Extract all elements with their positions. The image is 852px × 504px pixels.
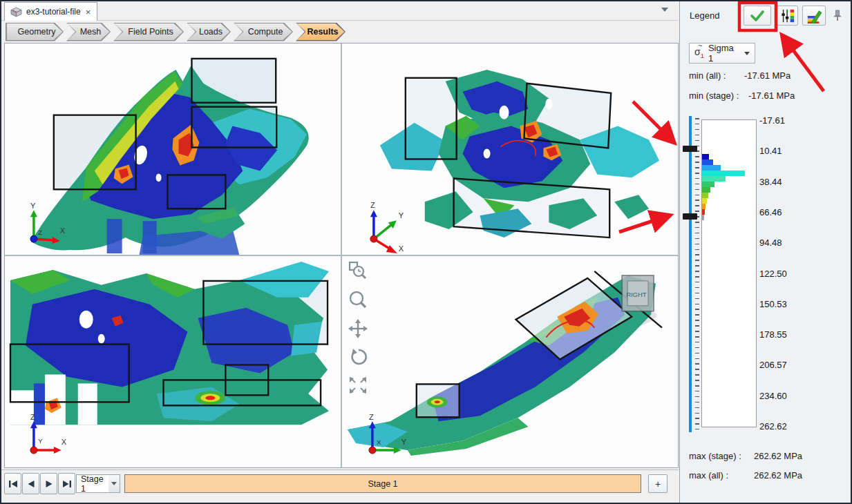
stage-selector-value: Stage 1: [81, 474, 108, 494]
svg-text:Z: Z: [30, 413, 35, 421]
result-type-dropdown[interactable]: σ~1 Sigma 1: [689, 43, 755, 64]
stage-timeline-label: Stage 1: [368, 479, 397, 489]
tab-list-dropdown-icon[interactable]: [661, 8, 668, 12]
histogram-box: [701, 119, 757, 427]
histogram-bar: [702, 154, 709, 159]
svg-text:X: X: [399, 244, 404, 253]
scale-tick-label: 206.57: [759, 360, 787, 371]
model-view-right: RIGHT Z Y X: [342, 256, 678, 467]
histogram-bar: [702, 159, 713, 165]
axis-triad-iso: Z Y X: [370, 201, 404, 253]
rotate-icon[interactable]: [348, 347, 368, 368]
view-cube[interactable]: RIGHT: [622, 275, 654, 311]
viewport-top-right[interactable]: Z Y X: [342, 43, 678, 255]
tab-title: ex3-tutorial-file: [26, 7, 81, 17]
viewport-bottom-left[interactable]: Z X Y: [5, 256, 341, 467]
svg-text:Y: Y: [399, 211, 404, 220]
model-view-top: Z X Y: [5, 256, 341, 467]
tab-close-icon[interactable]: ×: [85, 8, 92, 17]
legend-panel: Legend: [679, 1, 849, 503]
svg-text:X: X: [61, 438, 67, 446]
apply-check-icon: [748, 9, 766, 23]
stage-timeline-segment[interactable]: Stage 1: [124, 474, 641, 493]
tab-bar: ex3-tutorial-file ×: [1, 1, 678, 21]
scale-tick-label: 262.62: [759, 421, 787, 432]
sigma1-icon: σ~1: [694, 47, 704, 59]
result-type-label: Sigma 1: [708, 43, 739, 64]
histogram-bar: [702, 198, 707, 204]
zoom-window-icon[interactable]: [348, 260, 368, 281]
histogram-bar: [702, 182, 714, 187]
workflow-step-label: Loads: [193, 27, 224, 37]
add-stage-button[interactable]: +: [648, 474, 668, 493]
histogram-bar: [702, 187, 710, 193]
legend-scale: -17.6110.4138.4466.4694.48122.50150.5317…: [680, 113, 850, 438]
histogram-bar: [702, 193, 708, 198]
histogram-bar: [702, 215, 704, 220]
histogram-bar: [702, 209, 705, 215]
document-tab[interactable]: ex3-tutorial-file ×: [4, 2, 97, 21]
stage-next-button[interactable]: [40, 473, 57, 494]
workflow-step-field-points[interactable]: Field Points: [113, 23, 184, 41]
max-stage-row: max (stage) : 262.62 MPa: [689, 451, 802, 461]
workflow-step-geometry[interactable]: Geometry: [6, 23, 64, 41]
pan-icon[interactable]: [348, 318, 368, 339]
histogram-bar: [702, 176, 726, 182]
stage-last-button[interactable]: [58, 473, 75, 494]
scale-tick-marks: [695, 118, 699, 429]
workflow-step-label: Mesh: [75, 27, 103, 37]
stage-first-button[interactable]: [4, 473, 21, 494]
histogram-bar: [702, 165, 721, 171]
workflow-step-label: Geometry: [12, 27, 57, 37]
scale-tick-label: 38.44: [759, 177, 782, 188]
app-window: ex3-tutorial-file × GeometryMeshField Po…: [0, 0, 852, 504]
workflow-step-mesh[interactable]: Mesh: [66, 23, 111, 41]
view-toolbar: [348, 260, 368, 394]
svg-text:Y: Y: [30, 202, 36, 210]
legend-style-button[interactable]: [802, 6, 826, 26]
svg-text:X: X: [377, 438, 381, 446]
svg-text:X: X: [60, 226, 66, 235]
workflow-breadcrumb: GeometryMeshField PointsLoadsComputeResu…: [1, 21, 678, 43]
view-cube-label: RIGHT: [626, 291, 647, 298]
workflow-step-label: Results: [301, 27, 339, 37]
svg-text:Z: Z: [370, 201, 375, 209]
contour-options-button[interactable]: [777, 6, 798, 26]
zoom-icon[interactable]: [348, 289, 368, 310]
min-stage-row: min (stage) : -17.61 MPa: [689, 90, 795, 101]
workflow-step-results[interactable]: Results: [296, 23, 345, 41]
legend-range-slider[interactable]: [689, 116, 692, 432]
scale-tick-label: 10.41: [759, 146, 782, 157]
scale-tick-label: 94.48: [759, 238, 782, 249]
viewport-bottom-right[interactable]: RIGHT Z Y X: [342, 256, 678, 467]
legend-range-handle-lower[interactable]: [683, 213, 697, 220]
workflow-step-label: Compute: [243, 27, 285, 37]
workflow-step-label: Field Points: [122, 27, 174, 37]
scale-tick-label: 122.50: [759, 269, 787, 280]
fit-icon[interactable]: [348, 376, 368, 394]
scale-tick-label: -17.61: [759, 115, 785, 126]
legend-range-handle-upper[interactable]: [683, 146, 697, 152]
svg-text:Y: Y: [401, 438, 407, 446]
scale-tick-label: 178.55: [759, 329, 787, 340]
chevron-down-icon: [111, 482, 117, 485]
scale-tick-label: 66.46: [759, 207, 782, 218]
pin-icon[interactable]: [833, 9, 842, 23]
stage-prev-button[interactable]: [22, 473, 39, 494]
stage-selector-arrow[interactable]: [108, 474, 120, 493]
legend-panel-title: Legend: [690, 10, 719, 21]
scale-tick-label: 234.60: [759, 391, 787, 402]
histogram-bar: [702, 204, 706, 209]
workflow-step-loads[interactable]: Loads: [187, 23, 231, 41]
histogram-bar: [702, 171, 745, 176]
model-view-iso: Z Y X: [342, 43, 678, 255]
contour-options-icon: [780, 8, 795, 23]
model-view-front: Y X Z: [5, 43, 341, 255]
legend-style-icon: [806, 8, 822, 23]
model-file-icon: [10, 7, 22, 17]
svg-text:Y: Y: [38, 437, 43, 445]
viewport-top-left[interactable]: Y X Z: [5, 43, 341, 255]
apply-button[interactable]: [744, 6, 771, 26]
workflow-step-compute[interactable]: Compute: [234, 23, 293, 41]
stage-selector[interactable]: Stage 1: [76, 474, 109, 493]
